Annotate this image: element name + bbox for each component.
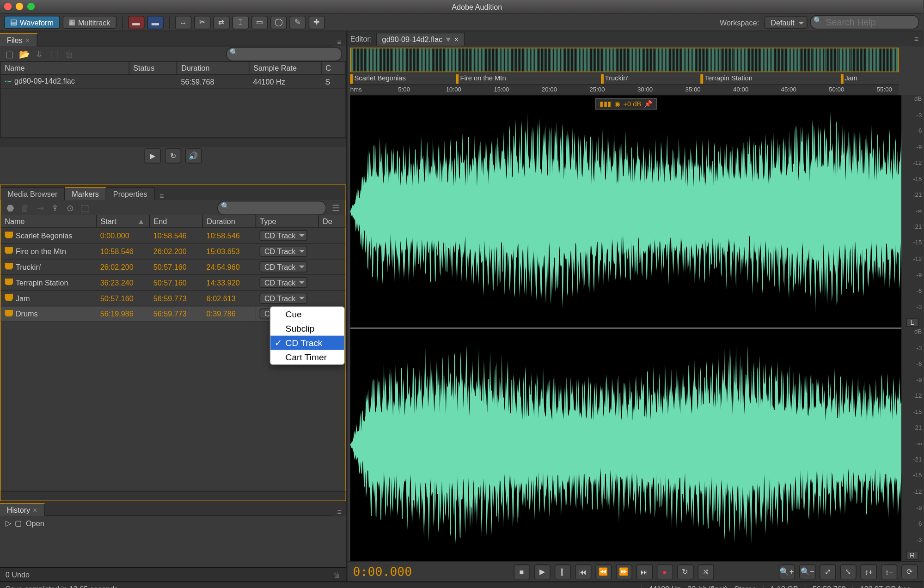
dropdown-item[interactable]: CD Track <box>270 336 344 350</box>
timeline-marker[interactable]: Jam <box>840 74 857 82</box>
close-icon[interactable]: × <box>454 35 458 43</box>
zoom-full-button[interactable]: ⤢ <box>820 564 836 579</box>
add-marker-icon[interactable]: ⬣ <box>5 203 16 213</box>
go-end-button[interactable]: ⏭ <box>636 564 652 579</box>
zoom-out-button[interactable]: 🔍− <box>799 564 815 579</box>
open-file-icon[interactable]: 📂 <box>19 48 30 59</box>
insert-to-multitrack-icon[interactable]: ⬚ <box>80 203 91 213</box>
col-channels[interactable]: C <box>321 62 345 74</box>
timecode[interactable]: 0:00.000 <box>353 564 448 579</box>
marker-type-dropdown[interactable]: CueSubclipCD TrackCart Timer <box>270 306 345 365</box>
waveform-view[interactable]: ▮▮▮ ◉ +0 dB 📌 <box>350 95 901 561</box>
marker-row[interactable]: Truckin'26:02.20050:57.16024:54.960CD Tr… <box>0 259 345 275</box>
marker-row[interactable]: Scarlet Begonias0:00.00010:58.54610:58.5… <box>0 228 345 243</box>
panel-menu-icon[interactable]: ≡ <box>332 38 346 47</box>
tab-properties[interactable]: Properties <box>106 187 155 200</box>
tab-files[interactable]: Files× <box>0 33 37 46</box>
editor-file-tab[interactable]: gd90-09-14d2.flac ▼ × <box>376 32 465 45</box>
merge-markers-icon[interactable]: ⇥ <box>35 203 46 213</box>
import-icon[interactable]: ⇩ <box>34 48 45 59</box>
files-search-input[interactable] <box>242 48 336 59</box>
timeline-marker[interactable]: Truckin' <box>601 74 628 82</box>
mode-waveform-button[interactable]: ▤ Waveform <box>4 16 60 29</box>
marker-type-select[interactable]: CD Track <box>260 230 307 241</box>
marker-strip[interactable]: Scarlet BegoniasFire on the MtnTruckin'T… <box>350 73 899 85</box>
col-duration[interactable]: Duration <box>202 215 256 228</box>
history-item[interactable]: ▷ ▢ Open <box>0 516 346 530</box>
marker-row[interactable]: Fire on the Mtn10:58.54626:02.20015:03.6… <box>0 243 345 259</box>
col-name[interactable]: Name <box>0 215 96 228</box>
window-zoom-icon[interactable] <box>27 3 35 10</box>
spectral-pitch-button[interactable]: ▬ <box>147 15 163 29</box>
tab-history[interactable]: History× <box>0 503 45 516</box>
col-type[interactable]: Type <box>256 215 318 228</box>
tab-media-browser[interactable]: Media Browser <box>0 187 65 200</box>
channel-left[interactable] <box>350 95 901 327</box>
preview-autoplay-button[interactable]: 🔊 <box>185 148 202 163</box>
col-samplerate[interactable]: Sample Rate <box>249 62 321 74</box>
loop-button[interactable]: ↻ <box>677 564 693 579</box>
col-start[interactable]: Start ▲ <box>96 215 149 228</box>
dropdown-item[interactable]: Cue <box>270 307 344 321</box>
preview-play-button[interactable]: ▶ <box>144 148 160 163</box>
volume-knob-icon[interactable]: ◉ <box>614 100 620 108</box>
files-table[interactable]: Name Status Duration Sample Rate C ⁓ gd9… <box>0 62 345 88</box>
markers-search-input[interactable] <box>233 203 320 213</box>
skip-selection-button[interactable]: ⤭ <box>698 564 714 579</box>
files-hscroll[interactable] <box>0 138 346 147</box>
export-markers-icon[interactable]: ⇪ <box>50 203 61 213</box>
lasso-tool-button[interactable]: ◯ <box>270 15 287 29</box>
stop-button[interactable]: ■ <box>514 564 530 579</box>
razor-tool-button[interactable]: ✂ <box>194 15 210 29</box>
pin-icon[interactable]: 📌 <box>644 100 652 108</box>
col-desc[interactable]: De <box>318 215 345 228</box>
insert-icon[interactable]: ⬚ <box>49 48 60 59</box>
markers-filter-icon[interactable]: ☰ <box>330 203 342 213</box>
panel-menu-icon[interactable]: ≡ <box>910 35 923 43</box>
col-end[interactable]: End <box>149 215 202 228</box>
files-search[interactable] <box>226 47 342 61</box>
slip-tool-button[interactable]: ⇄ <box>213 15 229 29</box>
channel-right[interactable] <box>350 329 901 561</box>
play-button[interactable]: ▶ <box>534 564 550 579</box>
preview-loop-button[interactable]: ↻ <box>165 148 181 163</box>
marquee-tool-button[interactable]: ▭ <box>251 15 268 29</box>
spectral-frequency-button[interactable]: ▬ <box>128 15 144 29</box>
zoom-out-vert-button[interactable]: ↕− <box>881 564 897 579</box>
zoom-in-vert-button[interactable]: ↕+ <box>861 564 877 579</box>
record-button[interactable]: ● <box>656 564 673 579</box>
tab-markers[interactable]: Markers <box>65 187 107 200</box>
zoom-selection-button[interactable]: ⤡ <box>840 564 856 579</box>
waveform-overview[interactable] <box>350 48 899 72</box>
close-icon[interactable]: × <box>33 506 37 514</box>
markers-search[interactable] <box>217 200 326 215</box>
insert-to-cd-icon[interactable]: ⊙ <box>65 203 76 213</box>
search-help-input[interactable] <box>826 17 913 27</box>
panel-menu-icon[interactable]: ≡ <box>332 508 346 516</box>
search-help[interactable] <box>810 15 919 29</box>
trash-icon[interactable]: 🗑 <box>64 48 75 59</box>
zoom-reset-button[interactable]: ⟳ <box>901 564 918 579</box>
channel-label-r[interactable]: R <box>906 551 918 559</box>
timeline-marker[interactable]: Fire on the Mtn <box>456 74 506 82</box>
move-tool-button[interactable]: ↔ <box>175 15 191 29</box>
col-duration[interactable]: Duration <box>177 62 249 74</box>
zoom-in-button[interactable]: 🔍+ <box>779 564 795 579</box>
marker-type-select[interactable]: CD Track <box>260 261 307 273</box>
go-start-button[interactable]: ⏮ <box>575 564 591 579</box>
marker-type-select[interactable]: CD Track <box>260 293 307 304</box>
marker-type-select[interactable]: CD Track <box>260 246 307 257</box>
delete-marker-icon[interactable]: 🗑 <box>20 203 31 213</box>
mode-multitrack-button[interactable]: ▦ Multitrack <box>62 16 116 29</box>
panel-menu-icon[interactable]: ≡ <box>155 192 168 200</box>
timeline-marker[interactable]: Terrapin Station <box>701 74 753 82</box>
marker-row[interactable]: Jam50:57.16056:59.7736:02.613CD Track <box>0 291 345 306</box>
col-name[interactable]: Name <box>0 62 129 74</box>
col-status[interactable]: Status <box>129 62 177 74</box>
time-select-tool-button[interactable]: 𝙸 <box>232 15 248 29</box>
window-close-icon[interactable] <box>4 3 12 10</box>
brush-tool-button[interactable]: ✎ <box>289 15 306 29</box>
markers-hscroll[interactable] <box>0 491 345 501</box>
volume-hud[interactable]: ▮▮▮ ◉ +0 dB 📌 <box>594 98 657 109</box>
heal-tool-button[interactable]: ✚ <box>308 15 324 29</box>
